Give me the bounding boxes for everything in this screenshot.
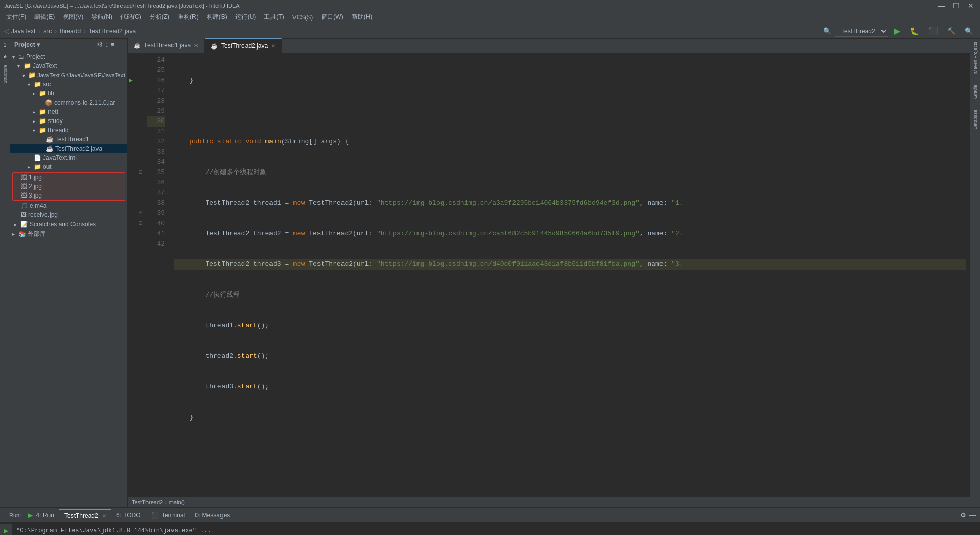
tree-item-testthread2[interactable]: ☕ TestThread2.java [10, 144, 127, 153]
panel-collapse-all-icon[interactable]: ≡ [110, 41, 114, 48]
minimize-button[interactable]: — [936, 2, 947, 10]
code-line-29: TestThread2 thread2 = new TestThread2(ur… [174, 229, 966, 239]
menu-refactor[interactable]: 重构(R) [174, 12, 203, 22]
search-button[interactable]: 🔍 [962, 26, 976, 36]
nav-breadcrumb-javatext[interactable]: JavaText [11, 28, 35, 35]
editor-tabs-bar: ☕ TestThread1.java ✕ ☕ TestThread2.java … [128, 39, 970, 53]
menu-run[interactable]: 运行(U) [231, 12, 260, 22]
tree-item-javatext[interactable]: ▾ 📁 JavaText [10, 61, 127, 70]
gutter-36 [129, 178, 137, 188]
gutter-39 [129, 208, 137, 218]
tree-item-study[interactable]: ▸ 📁 study [10, 116, 127, 126]
breadcrumb-main[interactable]: main() [169, 499, 185, 505]
menu-help[interactable]: 帮助(H) [348, 12, 377, 22]
code-line-30: TestThread2 thread3 = new TestThread2(ur… [174, 259, 966, 270]
search-everywhere-icon[interactable]: 🔍 [823, 27, 831, 35]
stop-button[interactable]: ⬛ [925, 25, 941, 37]
tree-item-lib[interactable]: ▸ 📁 lib [10, 89, 127, 98]
panel-minimize-icon[interactable]: — [116, 41, 123, 48]
code-text[interactable]: } public static void main(String[] args)… [169, 53, 970, 496]
structure-icon[interactable]: Structure [2, 64, 9, 85]
tree-item-1jpg[interactable]: 🖼 1.jpg [13, 173, 125, 182]
gutter-38 [129, 198, 137, 208]
tab-run[interactable]: ▶ 4: Run [23, 509, 59, 521]
editor-area: ☕ TestThread1.java ✕ ☕ TestThread2.java … [128, 39, 970, 507]
tab-todo[interactable]: 6: TODO [111, 509, 146, 521]
tree-item-src[interactable]: ▾ 📁 src [10, 80, 127, 89]
panel-sort-icon[interactable]: ↕ [105, 41, 109, 48]
gutter-35 [129, 167, 137, 178]
gutter-26-run[interactable]: ▶ [129, 76, 137, 86]
tab-testthread2-run[interactable]: TestThread2 ✕ [59, 509, 111, 521]
tab-testthread1[interactable]: ☕ TestThread1.java ✕ [128, 38, 205, 53]
menu-analyze[interactable]: 分析(Z) [145, 12, 174, 22]
gutter-41 [129, 229, 137, 239]
tree-item-project[interactable]: ▾ 🗂 Project [10, 52, 127, 61]
run-config-dropdown[interactable]: TestThread2 [835, 26, 888, 37]
tree-item-testthread1[interactable]: ☕ TestThread1 [10, 135, 127, 144]
bottom-minimize-icon[interactable]: — [969, 511, 976, 519]
tab-terminal[interactable]: ⬛ Terminal [146, 509, 190, 521]
fold-40[interactable]: ⊟ [139, 218, 144, 229]
code-editor[interactable]: ▶ [128, 53, 970, 496]
tree-item-receivejpg[interactable]: 🖼 receive.jpg [10, 210, 127, 220]
project-icon[interactable]: 1 [2, 41, 7, 49]
favorites-icon[interactable]: ★ [2, 52, 9, 61]
tab-testthread2-close[interactable]: ✕ [271, 43, 275, 49]
debug-button[interactable]: 🐛 [906, 25, 922, 37]
tree-item-javatext-path[interactable]: ▾ 📁 JavaText G:\Java\JavaSE\JavaText [10, 70, 127, 80]
tab-testthread2[interactable]: ☕ TestThread2.java ✕ [205, 38, 282, 53]
tree-item-2jpg[interactable]: 🖼 2.jpg [13, 182, 125, 191]
gutter-34 [129, 157, 137, 167]
bottom-settings-icon[interactable]: ⚙ [960, 511, 966, 519]
menu-vcs[interactable]: VCS(S) [288, 13, 317, 22]
menu-code[interactable]: 代码(C) [116, 12, 145, 22]
maven-projects-icon[interactable]: Maven Projects [972, 41, 979, 75]
fold-39[interactable]: ⊟ [139, 208, 144, 218]
tree-item-external-lib[interactable]: ▸ 📚 外部库 [10, 229, 127, 239]
gutter-37 [129, 188, 137, 198]
tree-item-scratches[interactable]: ▸ 📝 Scratches and Consoles [10, 220, 127, 229]
tab-testthread1-close[interactable]: ✕ [194, 43, 198, 48]
gutter-27 [129, 86, 137, 96]
code-line-28: TestThread2 thread1 = new TestThread2(ur… [174, 198, 966, 208]
run-again-icon[interactable]: ▶ [3, 526, 9, 535]
tab-testthread2-icon: ☕ [211, 43, 218, 50]
tree-item-commons-io[interactable]: 📦 commons-io-2.11.0.jar [10, 98, 127, 107]
nav-back-icon[interactable]: ◁ [4, 27, 9, 35]
menu-build[interactable]: 构建(B) [203, 12, 231, 22]
maximize-button[interactable]: ☐ [951, 2, 962, 10]
tree-item-nett[interactable]: ▸ 📁 nett [10, 107, 127, 116]
menu-window[interactable]: 窗口(W) [317, 12, 347, 22]
menu-view[interactable]: 视图(V) [59, 12, 87, 22]
tree-item-out[interactable]: ▸ 📁 out [10, 162, 127, 172]
window-controls[interactable]: — ☐ ✕ [936, 2, 976, 10]
nav-breadcrumb-file[interactable]: TestThread2.java [89, 28, 136, 35]
run-button[interactable]: ▶ [891, 25, 903, 37]
breadcrumb-testthread2[interactable]: TestThread2 [132, 499, 163, 505]
code-line-26: public static void main(String[] args) { [174, 137, 966, 147]
tree-item-em4a[interactable]: 🎵 e.m4a [10, 201, 127, 210]
gutter-25 [129, 65, 137, 76]
run-tab-label: Run: [4, 510, 23, 520]
menu-navigate[interactable]: 导航(N) [87, 12, 116, 22]
run-panel-icons: ▶ ⏸ ⬛ ↺ ⊟ 📌 [0, 524, 12, 535]
tree-item-threadd[interactable]: ▾ 📁 threadd [10, 126, 127, 135]
panel-settings-icon[interactable]: ⚙ [97, 41, 103, 48]
gutter-33 [129, 147, 137, 157]
tree-item-javatext-iml[interactable]: 📄 JavaText.iml [10, 153, 127, 162]
close-button[interactable]: ✕ [966, 2, 976, 10]
menu-tools[interactable]: 工具(T) [260, 12, 288, 22]
gradle-icon[interactable]: Gradle [972, 84, 979, 100]
tab-messages[interactable]: 0: Messages [190, 509, 235, 521]
menu-edit[interactable]: 编辑(E) [30, 12, 59, 22]
fold-35[interactable]: ⊟ [139, 167, 144, 178]
build-button[interactable]: 🔨 [944, 26, 959, 36]
nav-breadcrumb-src[interactable]: src [43, 28, 52, 35]
nav-breadcrumb-threadd[interactable]: threadd [60, 28, 81, 35]
menu-file[interactable]: 文件(F) [2, 12, 30, 22]
tab-testthread2-run-close[interactable]: ✕ [102, 513, 106, 519]
gutter-29 [129, 106, 137, 116]
database-icon[interactable]: Database [972, 109, 979, 131]
tree-item-3jpg[interactable]: 🖼 3.jpg [13, 191, 125, 200]
